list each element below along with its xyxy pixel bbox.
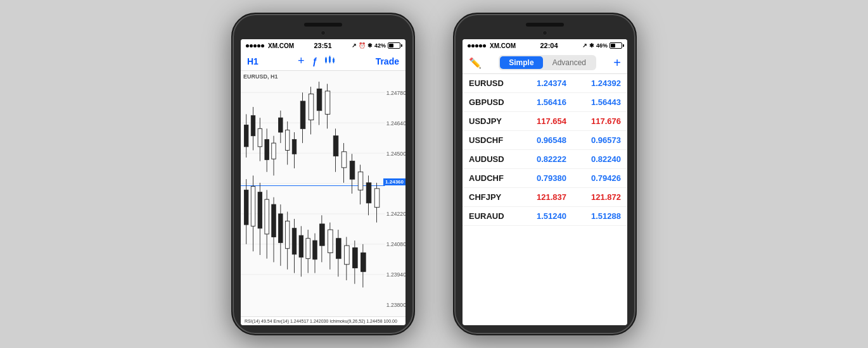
clock-label: 23:51: [314, 42, 331, 49]
svg-rect-3: [329, 57, 331, 62]
advanced-tab[interactable]: Advanced: [544, 56, 595, 69]
bid-price: 1.24374: [528, 78, 566, 88]
symbol-label: GBPUSD: [469, 97, 512, 107]
phone-screen-watchlist: XM.COM 22:04 ↗ ✱ 46% ✏️ Simple Advanced …: [463, 39, 627, 325]
ask-price: 1.51288: [583, 211, 621, 221]
watchlist-row[interactable]: USDJPY117.654117.676: [463, 112, 627, 131]
watchlist-toolbar: ✏️ Simple Advanced +: [463, 52, 627, 74]
symbol-label: EURUSD: [469, 78, 512, 88]
status-icons-right: ↗ ⏰ ✱ 42%: [352, 42, 400, 49]
carrier-label-2: XM.COM: [490, 42, 516, 49]
carrier-label: XM.COM: [268, 42, 294, 49]
svg-rect-34: [272, 143, 276, 159]
svg-rect-86: [328, 230, 333, 253]
watchlist-row[interactable]: EURUSD1.243741.24392: [463, 74, 627, 93]
svg-rect-78: [299, 235, 303, 257]
bid-price: 0.96548: [528, 135, 566, 145]
ask-price: 0.79426: [583, 173, 621, 183]
ask-price: 0.96573: [583, 135, 621, 145]
chart-symbol-label: EURUSD, H1: [243, 73, 278, 80]
svg-text:1.24500: 1.24500: [386, 150, 405, 156]
alarm-icon: ⏰: [359, 42, 366, 49]
svg-rect-92: [353, 248, 358, 268]
svg-rect-94: [361, 253, 366, 272]
ask-price: 1.56443: [583, 97, 621, 107]
status-bar: XM.COM 23:51 ↗ ⏰ ✱ 42%: [241, 39, 405, 52]
chart-area[interactable]: EURUSD, H1 1.24780 1.24640 1.24500 1.243…: [241, 71, 405, 316]
svg-text:1.24220: 1.24220: [386, 211, 405, 217]
svg-rect-52: [341, 152, 347, 168]
svg-rect-68: [265, 199, 269, 234]
phone-chart: XM.COM 23:51 ↗ ⏰ ✱ 42% H1 + ƒ: [231, 13, 415, 335]
svg-rect-48: [325, 91, 330, 115]
svg-rect-36: [279, 118, 283, 132]
symbol-label: EURAUD: [469, 211, 512, 221]
svg-rect-30: [258, 128, 262, 147]
simple-tab[interactable]: Simple: [500, 56, 542, 69]
svg-rect-76: [292, 228, 297, 254]
svg-text:1.24780: 1.24780: [386, 89, 405, 96]
watchlist-row[interactable]: EURAUD1.512401.51288: [463, 207, 627, 226]
svg-rect-58: [366, 183, 371, 203]
chart-type-icon[interactable]: [324, 56, 336, 66]
svg-rect-0: [325, 58, 327, 62]
symbol-label: AUDCHF: [469, 173, 512, 183]
toolbar-icons: + ƒ: [298, 54, 336, 68]
chart-footer-indicators: RSI(14) 49.54 Env(14) 1.244517 1.242030 …: [241, 316, 405, 325]
phone-speaker: [304, 23, 342, 27]
battery-icon-2: [610, 42, 622, 49]
price-level-badge: 1.24360: [383, 178, 405, 185]
svg-rect-40: [292, 139, 297, 154]
phone-watchlist: XM.COM 22:04 ↗ ✱ 46% ✏️ Simple Advanced …: [453, 13, 637, 335]
watchlist-row[interactable]: USDCHF0.965480.96573: [463, 131, 627, 150]
svg-rect-42: [300, 101, 305, 128]
watchlist-row[interactable]: CHFJPY121.837121.872: [463, 188, 627, 207]
svg-text:1.23940: 1.23940: [386, 271, 405, 278]
edit-icon[interactable]: ✏️: [469, 57, 482, 69]
svg-rect-62: [244, 190, 248, 225]
candlestick-chart: 1.24780 1.24640 1.24500 1.24360 1.24220 …: [241, 71, 405, 316]
watchlist-row[interactable]: AUDUSD0.822220.82240: [463, 150, 627, 169]
svg-rect-90: [345, 245, 350, 264]
phone-camera: [321, 30, 326, 35]
status-left-2: XM.COM: [468, 42, 516, 49]
location-icon-2: ↗: [582, 42, 587, 49]
watchlist-row[interactable]: GBPUSD1.564161.56443: [463, 93, 627, 112]
symbol-label: USDCHF: [469, 135, 512, 145]
segment-control: Simple Advanced: [499, 55, 596, 70]
svg-rect-74: [285, 221, 290, 248]
status-left: XM.COM: [246, 42, 294, 49]
svg-rect-44: [309, 94, 314, 120]
svg-rect-46: [317, 89, 322, 111]
ask-price: 0.82240: [583, 154, 621, 164]
svg-rect-60: [374, 189, 380, 208]
clock-label-2: 22:04: [540, 42, 558, 49]
ask-price: 1.24392: [583, 78, 621, 88]
svg-rect-38: [285, 130, 290, 151]
signal-dots: [246, 44, 264, 47]
bluetooth-icon: ✱: [367, 42, 373, 49]
status-icons-right-2: ↗ ✱ 46%: [582, 42, 622, 49]
svg-rect-32: [265, 139, 269, 159]
svg-rect-72: [279, 214, 283, 243]
symbol-label: CHFJPY: [469, 192, 512, 202]
battery-percent: 42%: [374, 42, 386, 49]
trade-button[interactable]: Trade: [376, 56, 399, 66]
svg-rect-56: [358, 172, 363, 190]
watchlist-body: EURUSD1.243741.24392GBPUSD1.564161.56443…: [463, 74, 627, 325]
crosshair-icon[interactable]: +: [298, 54, 305, 68]
signal-dots-2: [468, 44, 486, 47]
watchlist-row[interactable]: AUDCHF0.793800.79426: [463, 169, 627, 188]
bluetooth-icon-2: ✱: [589, 42, 594, 49]
bid-price: 1.51240: [528, 211, 566, 221]
function-icon[interactable]: ƒ: [312, 56, 317, 66]
bid-price: 0.82222: [528, 154, 566, 164]
bid-price: 1.56416: [528, 97, 566, 107]
chart-toolbar: H1 + ƒ: [241, 52, 405, 71]
timeframe-label[interactable]: H1: [247, 56, 258, 66]
bid-price: 0.79380: [528, 173, 566, 183]
battery-percent-2: 46%: [596, 42, 608, 49]
phone-speaker-2: [526, 23, 564, 27]
svg-rect-54: [350, 161, 355, 180]
add-symbol-button[interactable]: +: [613, 56, 621, 70]
